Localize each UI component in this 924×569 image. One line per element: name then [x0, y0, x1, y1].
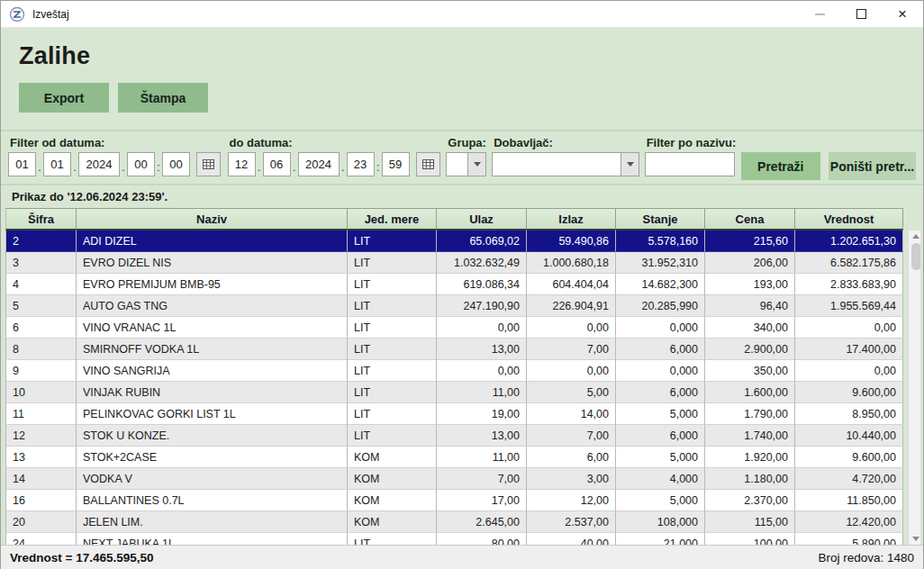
supplier-combobox[interactable]: [492, 152, 639, 176]
maximize-icon: [856, 9, 866, 19]
to-minute-field[interactable]: 59: [382, 152, 410, 176]
total-value-label: Vrednost = 17.465.595,50: [10, 551, 153, 564]
table-cell: LIT: [348, 425, 437, 447]
table-cell: 215,60: [705, 230, 795, 252]
table-row[interactable]: 6VINO VRANAC 1LLIT0,000,000,000340,000,0…: [5, 317, 903, 339]
table-cell: 14: [5, 468, 77, 490]
table-cell: 0,000: [616, 360, 705, 382]
filter-panel: Filter od datuma: 01 . 01 . 2024 . 00 : …: [1, 130, 923, 185]
table-row[interactable]: 8SMIRNOFF VODKA 1LLIT13,007,006,0002.900…: [5, 339, 903, 360]
from-hour-field[interactable]: 00: [127, 152, 155, 176]
table-cell: 0,00: [795, 317, 903, 339]
table-row[interactable]: 20JELEN LIM.KOM2.645,002.537,00108,00011…: [5, 511, 903, 533]
scroll-down-icon[interactable]: [912, 537, 919, 541]
calendar-icon: [203, 159, 214, 169]
table-row[interactable]: 9VINO SANGRIJALIT0,000,000,000350,000,00: [5, 360, 903, 382]
table-cell: 9.600,00: [795, 447, 903, 468]
table-cell: VINJAK RUBIN: [77, 382, 348, 403]
table-row[interactable]: 11PELINKOVAC GORKI LIST 1LLIT19,0014,005…: [5, 403, 903, 425]
to-year-field[interactable]: 2024: [298, 152, 340, 176]
maximize-button[interactable]: [840, 1, 882, 27]
table-row[interactable]: 14VODKA VKOM7,003,004,0001.180,004.720,0…: [5, 468, 903, 490]
from-month-field[interactable]: 01: [43, 152, 71, 176]
date-separator: .: [340, 161, 347, 176]
group-dropdown-button[interactable]: [467, 152, 486, 176]
table-cell: 11: [5, 403, 77, 425]
column-header-cena[interactable]: Cena: [705, 208, 795, 230]
table-row[interactable]: 10VINJAK RUBINLIT11,005,006,0001.600,009…: [5, 382, 903, 403]
scroll-up-icon[interactable]: [912, 234, 919, 239]
to-calendar-button[interactable]: [416, 152, 440, 176]
name-filter-input[interactable]: [645, 152, 735, 176]
column-header-izlaz[interactable]: Izlaz: [527, 208, 616, 230]
table-cell: 2.645,00: [437, 511, 527, 533]
from-year-field[interactable]: 2024: [78, 152, 120, 176]
table-cell: SMIRNOFF VODKA 1L: [77, 339, 348, 360]
table-cell: 1.920,00: [705, 447, 795, 468]
time-separator: :: [155, 161, 162, 176]
table-cell: 6.582.175,86: [795, 252, 903, 274]
close-button[interactable]: ×: [882, 1, 923, 27]
table-row[interactable]: 2ADI DIZELLIT65.069,0259.490,865.578,160…: [5, 230, 903, 252]
table-cell: 5,000: [616, 403, 705, 425]
export-button[interactable]: Export: [19, 83, 109, 113]
table-cell: 206,00: [705, 252, 795, 274]
scrollbar-thumb[interactable]: [911, 243, 921, 270]
to-hour-field[interactable]: 23: [347, 152, 375, 176]
display-range-label: Prikaz do '12.06.2024 23:59'.: [1, 185, 923, 208]
table-cell: 350,00: [705, 360, 795, 382]
search-button[interactable]: Pretraži: [741, 152, 820, 180]
supplier-dropdown-button[interactable]: [621, 152, 639, 176]
table-cell: 1.955.569,44: [795, 295, 903, 317]
table-cell: 20.285,990: [616, 295, 705, 317]
table-row[interactable]: 16BALLANTINES 0.7LKOM17,0012,005,0002.37…: [5, 490, 903, 511]
vertical-scrollbar[interactable]: [908, 230, 920, 545]
from-minute-field[interactable]: 00: [162, 152, 190, 176]
column-header-stanje[interactable]: Stanje: [616, 208, 705, 230]
chevron-down-icon: [627, 162, 634, 167]
table-cell: 17,00: [437, 490, 527, 511]
table-row[interactable]: 4EVRO PREMIJUM BMB-95LIT619.086,34604.40…: [5, 274, 903, 295]
table-cell: NEXT JABUKA 1L: [77, 533, 348, 545]
table-cell: LIT: [348, 274, 437, 295]
reset-search-button[interactable]: Poništi pretr...: [829, 152, 916, 180]
table-row[interactable]: 3EVRO DIZEL NISLIT1.032.632,491.000.680,…: [5, 252, 903, 274]
table-cell: 1.180,00: [705, 468, 795, 490]
group-filter: Grupa:: [446, 134, 486, 176]
table-cell: 16: [5, 490, 77, 511]
table-row[interactable]: 12STOK U KONZE.LIT13,007,006,0001.740,00…: [5, 425, 903, 447]
table-cell: 8.950,00: [795, 403, 903, 425]
from-day-field[interactable]: 01: [8, 152, 36, 176]
group-combobox[interactable]: [446, 152, 486, 176]
table-cell: 19,00: [437, 403, 527, 425]
table-cell: PELINKOVAC GORKI LIST 1L: [77, 403, 348, 425]
from-calendar-button[interactable]: [196, 152, 221, 176]
table-cell: 40,00: [527, 533, 616, 545]
page-title: Zalihe: [19, 42, 923, 70]
to-month-field[interactable]: 06: [263, 152, 291, 176]
table-cell: 24: [5, 533, 77, 545]
column-header-ulaz[interactable]: Ulaz: [437, 208, 527, 230]
table-cell: 6,00: [527, 447, 616, 468]
table-row[interactable]: 24NEXT JABUKA 1LLIT80,0040,0021,000100,0…: [5, 533, 903, 545]
table-cell: 5: [5, 295, 77, 317]
table-cell: 6: [5, 317, 77, 339]
column-header-jed-mere[interactable]: Jed. mere: [348, 208, 437, 230]
date-separator: .: [256, 161, 263, 176]
column-header-vrednost[interactable]: Vrednost: [795, 208, 903, 230]
table-cell: 340,00: [705, 317, 795, 339]
table-cell: 1.202.651,30: [795, 230, 903, 252]
table-cell: 6,000: [616, 339, 705, 360]
column-header--ifra[interactable]: Šifra: [5, 208, 77, 230]
table-row[interactable]: 13STOK+2CASEKOM11,006,005,0001.920,009.6…: [5, 447, 903, 468]
table-cell: 11,00: [437, 447, 527, 468]
minimize-button[interactable]: [799, 1, 840, 27]
date-separator: .: [120, 161, 127, 176]
print-button[interactable]: Štampa: [118, 83, 208, 113]
column-header-naziv[interactable]: Naziv: [77, 208, 348, 230]
table-cell: KOM: [348, 511, 437, 533]
table-row[interactable]: 5AUTO GAS TNGLIT247.190,90226.904,9120.2…: [5, 295, 903, 317]
table-cell: 12,00: [527, 490, 616, 511]
to-day-field[interactable]: 12: [228, 152, 256, 176]
table-cell: 65.069,02: [437, 230, 527, 252]
